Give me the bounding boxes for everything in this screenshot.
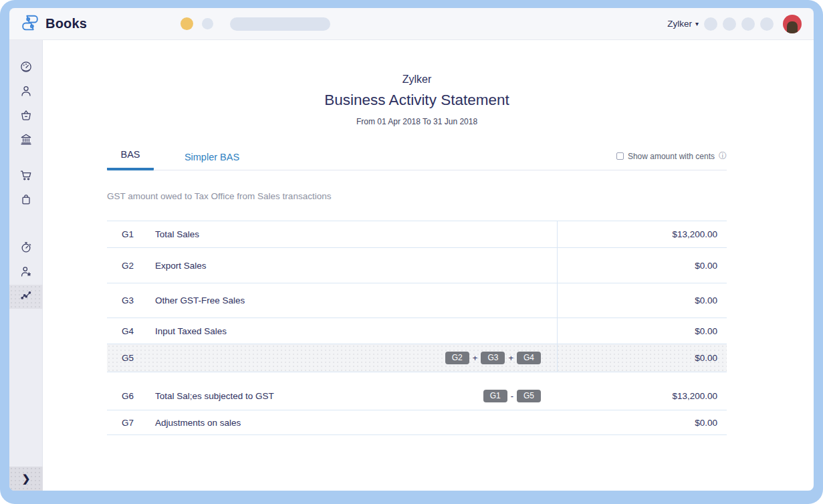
chevron-right-icon: ❯ (22, 473, 31, 485)
topbar-icon-placeholder-2[interactable] (723, 17, 736, 31)
section-heading: GST amount owed to Tax Office from Sales… (107, 191, 727, 201)
table-section-2: G6 Total Sal;es subjected to GST G1-G5 $… (107, 382, 727, 435)
table-row: G2 Export Sales $0.00 (107, 248, 727, 283)
formula-chip: G5 (517, 390, 541, 402)
org-selector[interactable]: Zylker ▾ (667, 19, 699, 29)
org-selector-label: Zylker (667, 19, 692, 29)
app-body: ❯ Zylker Business Activity Statement Fro… (9, 40, 814, 491)
row-label: Total Sal;es subjected to GST (155, 382, 483, 410)
formula-chip: G3 (481, 352, 505, 364)
row-code: G2 (107, 248, 155, 283)
sidebar-item-items[interactable] (9, 104, 43, 128)
table-gap (107, 372, 727, 382)
sidebar-collapse-button[interactable]: ❯ (9, 467, 43, 491)
row-label: Adjustments on sales (155, 410, 541, 434)
tabbar: BAS Simpler BAS Show amount with cents ⓘ (107, 144, 727, 170)
topbar: Books Zylker ▾ (9, 8, 814, 40)
reports-icon (19, 289, 33, 305)
app-window: Books Zylker ▾ (9, 8, 814, 491)
row-code: G7 (107, 410, 155, 434)
tab-bas[interactable]: BAS (107, 144, 154, 170)
row-label: Export Sales (155, 248, 541, 283)
sidebar-item-accountant[interactable] (9, 261, 43, 285)
report-date-range: From 01 Apr 2018 To 31 Jun 2018 (107, 117, 727, 126)
row-label (155, 344, 445, 372)
dashboard-icon (19, 60, 33, 76)
window-frame: Books Zylker ▾ (0, 0, 823, 504)
bas-table: G1 Total Sales $13,200.00 G2 Export Sale… (107, 221, 727, 435)
sidebar-item-purchases[interactable] (9, 188, 43, 213)
row-code: G3 (107, 283, 155, 318)
time-tracking-icon (19, 241, 33, 257)
items-icon (19, 108, 33, 124)
row-amount: $13,200.00 (557, 221, 727, 247)
table-row: G4 Input Taxed Sales $0.00 (107, 318, 727, 344)
table-row: G5 G2+G3+G4 $0.00 (107, 344, 727, 372)
formula-operator: + (473, 353, 478, 363)
sidebar-item-time-tracking[interactable] (9, 237, 43, 261)
row-amount: $13,200.00 (557, 382, 727, 410)
row-label: Other GST-Free Sales (155, 283, 541, 318)
report-org-name: Zylker (107, 74, 727, 86)
brand-logo[interactable]: Books (20, 13, 181, 35)
table-row: G1 Total Sales $13,200.00 (107, 221, 727, 248)
table-row: G7 Adjustments on sales $0.00 (107, 410, 727, 435)
row-amount: $0.00 (557, 283, 727, 318)
table-row: G6 Total Sal;es subjected to GST G1-G5 $… (107, 382, 727, 410)
sidebar-item-reports[interactable] (9, 285, 43, 309)
info-icon[interactable]: ⓘ (719, 150, 727, 162)
main-panel: Zylker Business Activity Statement From … (43, 40, 814, 491)
formula-operator: - (511, 391, 513, 401)
topbar-icon-placeholder-3[interactable] (741, 17, 755, 31)
formula-chip: G2 (445, 352, 469, 364)
row-code: G6 (107, 382, 155, 410)
row-formula: G1-G5 (483, 382, 541, 410)
sidebar: ❯ (9, 40, 43, 491)
help-dot-button[interactable] (202, 18, 213, 29)
show-cents-checkbox[interactable] (616, 152, 624, 160)
row-amount: $0.00 (557, 410, 727, 434)
sidebar-item-dashboard[interactable] (9, 56, 43, 80)
status-dot-button[interactable] (181, 17, 193, 30)
brand-name: Books (45, 16, 87, 31)
page-title: Business Activity Statement (107, 92, 727, 109)
row-formula: G2+G3+G4 (445, 344, 541, 372)
tab-simpler-bas[interactable]: Simpler BAS (175, 146, 249, 170)
search-input[interactable] (230, 17, 330, 31)
row-code: G1 (107, 221, 155, 247)
sidebar-item-contacts[interactable] (9, 80, 43, 104)
banking-icon (19, 132, 33, 148)
books-logo-icon (20, 13, 40, 35)
chevron-down-icon: ▾ (695, 20, 699, 27)
contacts-icon (19, 84, 33, 100)
row-amount: $0.00 (557, 318, 727, 344)
topbar-icon-placeholder-1[interactable] (704, 17, 717, 31)
sidebar-item-banking[interactable] (9, 128, 43, 152)
report-content: Zylker Business Activity Statement From … (107, 40, 727, 435)
sidebar-item-sales[interactable] (9, 164, 43, 188)
user-avatar[interactable] (783, 15, 802, 33)
avatar-figure (787, 21, 798, 33)
sales-cart-icon (19, 168, 33, 184)
table-row: G3 Other GST-Free Sales $0.00 (107, 283, 727, 318)
row-code: G5 (107, 344, 155, 372)
row-amount: $0.00 (557, 344, 727, 372)
row-amount: $0.00 (557, 248, 727, 283)
purchases-bag-icon (19, 193, 33, 209)
row-code: G4 (107, 318, 155, 344)
table-section-1: G1 Total Sales $13,200.00 G2 Export Sale… (107, 221, 727, 372)
accountant-icon (19, 265, 33, 281)
topbar-icon-placeholder-4[interactable] (760, 17, 774, 31)
formula-chip: G1 (483, 390, 507, 402)
show-cents-label: Show amount with cents (628, 152, 715, 161)
row-label: Input Taxed Sales (155, 318, 541, 344)
row-label: Total Sales (155, 221, 541, 247)
formula-chip: G4 (517, 352, 541, 364)
show-cents-toggle[interactable]: Show amount with cents ⓘ (616, 150, 727, 170)
formula-operator: + (508, 353, 513, 363)
